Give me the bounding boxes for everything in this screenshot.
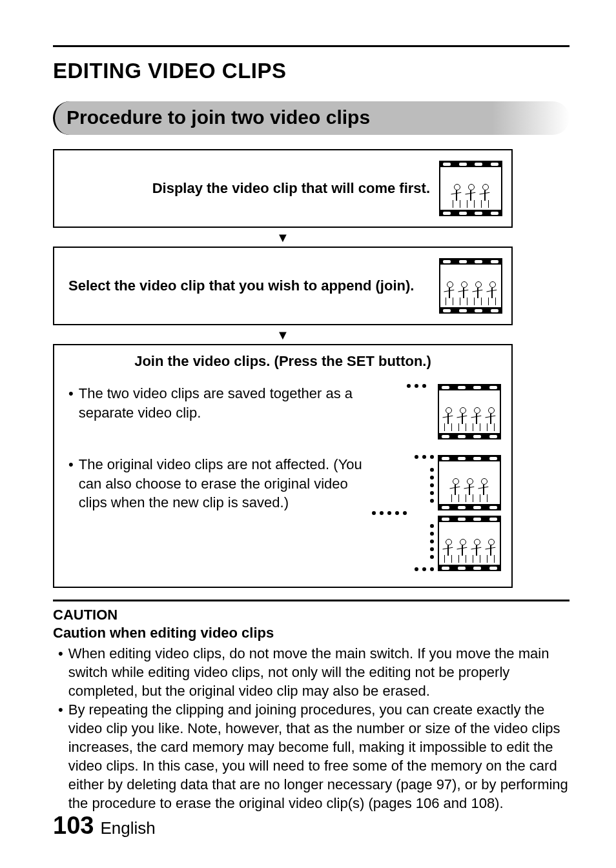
caution-rule bbox=[53, 600, 570, 601]
page-title: EDITING VIDEO CLIPS bbox=[53, 59, 570, 83]
step-3-bullet-1: • The two video clips are saved together… bbox=[65, 384, 395, 422]
caution-item-2: • By repeating the clipping and joining … bbox=[53, 700, 570, 812]
section-heading-text: Procedure to join two video clips bbox=[67, 106, 558, 128]
step-1-box: Display the video clip that will come fi… bbox=[53, 149, 513, 228]
bullet-icon: • bbox=[68, 384, 74, 403]
filmstrip-icon bbox=[439, 161, 502, 216]
dots-branch-icon bbox=[415, 567, 434, 571]
dots-vertical-icon bbox=[430, 468, 434, 503]
dots-vertical-icon bbox=[430, 524, 434, 559]
step-2-box: Select the video clip that you wish to a… bbox=[53, 247, 513, 325]
caution-heading: CAUTION bbox=[53, 607, 570, 623]
dots-trunk-icon bbox=[372, 511, 407, 515]
section-heading-bar: Procedure to join two video clips bbox=[53, 101, 570, 135]
step-3-box: Join the video clips. (Press the SET but… bbox=[53, 344, 513, 588]
step-3-bullet-1-text: The two video clips are saved together a… bbox=[79, 384, 395, 422]
dots-branch-icon bbox=[415, 455, 434, 459]
down-arrow-icon: ▼ bbox=[53, 230, 513, 245]
filmstrip-icon bbox=[439, 258, 502, 314]
caution-list: • When editing video clips, do not move … bbox=[53, 644, 570, 812]
caution-item-1-text: When editing video clips, do not move th… bbox=[68, 644, 570, 700]
procedure-flow: Display the video clip that will come fi… bbox=[53, 149, 513, 588]
filmstrip-pair-icon bbox=[438, 455, 501, 571]
page-footer: 103 English bbox=[53, 812, 156, 840]
step-3-title: Join the video clips. (Press the SET but… bbox=[65, 353, 501, 370]
step-3-bullet-2-row: • The original video clips are not affec… bbox=[65, 455, 501, 571]
caution-item-1: • When editing video clips, do not move … bbox=[53, 644, 570, 700]
filmstrip-combined-icon bbox=[438, 384, 501, 439]
merge-graphic bbox=[391, 455, 501, 571]
dots-connector-icon bbox=[407, 384, 426, 388]
step-3-bullet-2-text: The original video clips are not affecte… bbox=[79, 455, 380, 512]
top-rule bbox=[53, 45, 570, 47]
down-arrow-icon: ▼ bbox=[53, 328, 513, 343]
caution-item-2-text: By repeating the clipping and joining pr… bbox=[68, 700, 570, 812]
step-3-bullet-1-row: • The two video clips are saved together… bbox=[65, 384, 501, 439]
step-3-bullet-2: • The original video clips are not affec… bbox=[65, 455, 380, 512]
step-1-text: Display the video clip that will come fi… bbox=[68, 180, 430, 197]
bullet-icon: • bbox=[58, 644, 63, 663]
bullet-icon: • bbox=[58, 700, 63, 720]
page-number: 103 bbox=[53, 812, 94, 840]
step-2-text: Select the video clip that you wish to a… bbox=[68, 278, 430, 294]
page-language: English bbox=[100, 818, 155, 838]
caution-subheading: Caution when editing video clips bbox=[53, 625, 570, 641]
bullet-icon: • bbox=[68, 455, 74, 474]
